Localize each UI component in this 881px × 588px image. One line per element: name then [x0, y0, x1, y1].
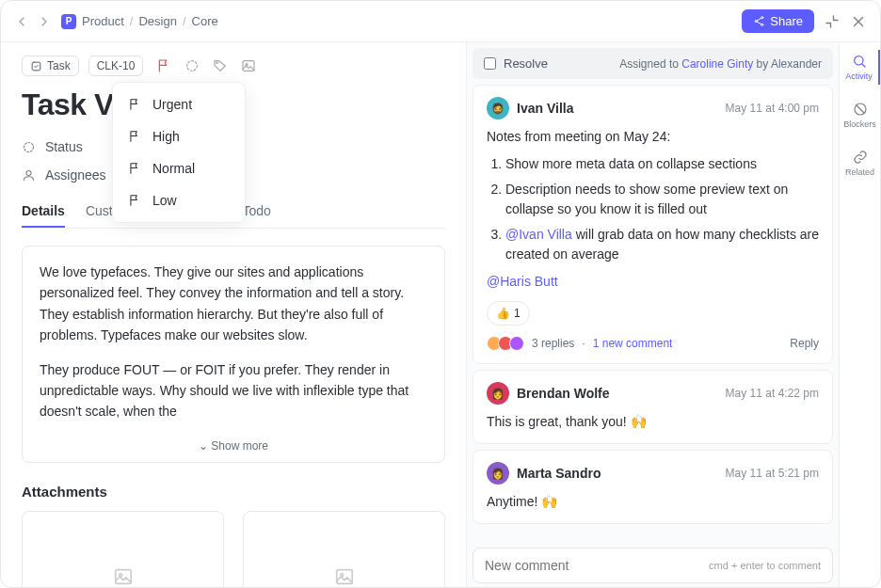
mention-link[interactable]: @Ivan Villa	[505, 227, 572, 242]
description-box[interactable]: We love typefaces. They give our sites a…	[22, 246, 445, 463]
rail-related[interactable]: Related	[840, 146, 880, 181]
priority-option-urgent[interactable]: Urgent	[113, 88, 245, 120]
collapse-icon[interactable]	[824, 13, 841, 30]
resolve-checkbox[interactable]	[484, 57, 496, 70]
status-circle-icon[interactable]	[184, 58, 200, 73]
rail-blockers[interactable]: Blockers	[840, 98, 880, 133]
svg-point-9	[26, 170, 31, 175]
tag-icon[interactable]	[213, 58, 228, 73]
comment-composer[interactable]: cmd + enter to comment	[473, 548, 833, 583]
breadcrumb-item[interactable]: Product	[82, 14, 124, 28]
assigned-info: Assigned to Caroline Ginty by Alexander	[619, 57, 822, 71]
svg-point-5	[216, 62, 217, 63]
comment-body: This is great, thank you! 🙌	[487, 412, 819, 432]
new-comment-indicator[interactable]: 1 new comment	[593, 335, 673, 352]
nav-forward-icon[interactable]	[37, 14, 52, 29]
assignee-link[interactable]: Caroline Ginty	[681, 57, 753, 71]
reaction-button[interactable]: 👍1	[487, 301, 530, 326]
tab-todo[interactable]: Todo	[243, 196, 271, 228]
comment-author: Marta Sandro	[517, 466, 601, 481]
activity-panel: Resolve Assigned to Caroline Ginty by Al…	[466, 42, 839, 588]
comment-input[interactable]	[485, 558, 709, 573]
priority-option-normal[interactable]: Normal	[113, 152, 245, 184]
avatar: 👩	[487, 382, 509, 405]
avatar: 🧔	[487, 97, 509, 119]
show-more-button[interactable]: Show more	[40, 436, 427, 453]
comment-time: May 11 at 4:22 pm	[726, 387, 819, 400]
side-rail: Activity Blockers Related	[839, 42, 880, 588]
svg-point-14	[854, 56, 862, 65]
composer-hint: cmd + enter to comment	[709, 560, 821, 571]
comment-author: Brendan Wolfe	[517, 386, 610, 401]
reply-button[interactable]: Reply	[790, 335, 819, 352]
svg-point-11	[119, 574, 121, 577]
breadcrumb-item[interactable]: Core	[192, 14, 218, 28]
svg-rect-10	[115, 569, 131, 583]
attachments-heading: Attachments	[22, 484, 445, 500]
comment-body: Notes from meeting on May 24: Show more …	[487, 127, 819, 352]
share-button[interactable]: Share	[742, 9, 814, 33]
svg-point-13	[340, 574, 343, 577]
resolve-label: Resolve	[504, 56, 548, 71]
comment: 👩 Brendan Wolfe May 11 at 4:22 pm This i…	[473, 370, 833, 444]
task-type-badge[interactable]: Task	[22, 56, 79, 76]
priority-option-low[interactable]: Low	[113, 184, 245, 216]
product-icon: P	[61, 14, 76, 29]
topbar: P Product / Design / Core Share	[1, 1, 880, 42]
priority-option-high[interactable]: High	[113, 120, 245, 152]
comment: 🧔 Ivan Villa May 11 at 4:00 pm Notes fro…	[473, 85, 833, 364]
resolve-bar: Resolve Assigned to Caroline Ginty by Al…	[473, 48, 833, 79]
comment: 👩 Marta Sandro May 11 at 5:21 pm Anytime…	[473, 450, 833, 524]
comment-author: Ivan Villa	[517, 101, 573, 116]
avatar: 👩	[487, 462, 509, 485]
task-detail-pane: Task CLK-10 Urgent High Normal Low Task …	[1, 42, 466, 588]
rail-activity[interactable]: Activity	[840, 50, 880, 85]
replies-count[interactable]: 3 replies	[532, 335, 574, 352]
priority-flag-icon[interactable]	[156, 58, 171, 73]
svg-point-8	[24, 142, 34, 151]
breadcrumb-item[interactable]: Design	[138, 14, 176, 28]
attachment-placeholder[interactable]	[243, 511, 445, 588]
comment-time: May 11 at 4:00 pm	[726, 102, 819, 115]
priority-dropdown: Urgent High Normal Low	[112, 82, 246, 223]
task-id-badge[interactable]: CLK-10	[88, 56, 144, 76]
description-paragraph: We love typefaces. They give our sites a…	[40, 262, 427, 346]
tab-details[interactable]: Details	[22, 196, 65, 228]
breadcrumb[interactable]: P Product / Design / Core	[61, 14, 218, 29]
svg-rect-6	[243, 61, 254, 72]
nav-back-icon[interactable]	[14, 14, 29, 29]
mention-link[interactable]: @Haris Butt	[487, 274, 558, 289]
svg-point-4	[187, 61, 198, 72]
comment-time: May 11 at 5:21 pm	[726, 467, 819, 480]
reply-avatars	[487, 336, 524, 351]
description-paragraph: They produce FOUT — or FOIT if you prefe…	[40, 359, 427, 422]
svg-point-7	[246, 64, 248, 66]
comment-body: Anytime! 🙌	[487, 492, 819, 512]
attachment-placeholder[interactable]	[22, 511, 224, 588]
image-icon[interactable]	[241, 58, 256, 73]
close-icon[interactable]	[850, 13, 867, 30]
svg-rect-12	[336, 569, 352, 583]
